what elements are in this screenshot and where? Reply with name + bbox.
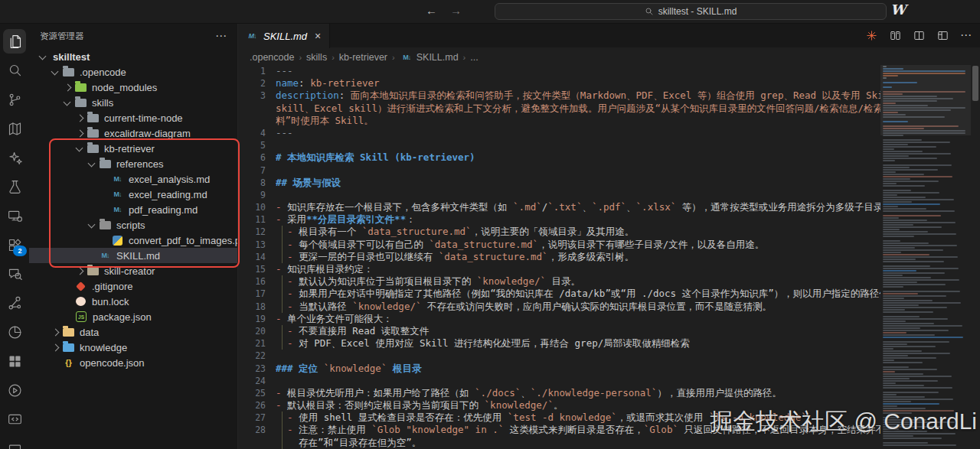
code-line[interactable]: 料”时使用本 Skill。 xyxy=(238,115,880,127)
tree-item-package.json[interactable]: JSpackage.json xyxy=(29,309,237,324)
chevron-right-icon[interactable] xyxy=(49,326,61,338)
tree-item-skilltest[interactable]: skilltest xyxy=(29,49,237,64)
ai-assistant-icon[interactable] xyxy=(865,29,878,42)
breadcrumb-item-.opencode[interactable]: .opencode xyxy=(250,52,294,63)
share-graph-icon[interactable] xyxy=(2,288,27,317)
code-line[interactable]: 18 - 当默认路径 `knowledge/` 不存在或访问失败时，应向用户确认… xyxy=(238,301,880,313)
code-line[interactable]: 4--- xyxy=(238,127,880,139)
vertical-scrollbar[interactable] xyxy=(971,65,980,449)
remote-monitor-icon[interactable] xyxy=(2,201,27,230)
tree-item-data[interactable]: data xyxy=(29,324,237,340)
chevron-down-icon[interactable] xyxy=(37,50,49,63)
panel-icon[interactable] xyxy=(2,434,27,449)
code-line[interactable]: 8## 场景与假设 xyxy=(238,177,880,189)
tree-item-opencode.json[interactable]: {}opencode.json xyxy=(29,355,237,370)
play-circle-icon[interactable] xyxy=(2,376,27,405)
explorer-icon[interactable] xyxy=(2,27,27,56)
chevron-spacer xyxy=(61,311,74,323)
chevron-down-icon[interactable] xyxy=(74,142,86,155)
code-line[interactable]: 11- 采用**分层目录索引文件**： xyxy=(238,213,880,226)
breadcrumb-item-kb-retriever[interactable]: kb-retriever xyxy=(339,52,387,63)
search-icon[interactable] xyxy=(2,56,27,85)
tree-item-excel_analysis.md[interactable]: M↓excel_analysis.md xyxy=(29,171,237,187)
tree-item-references[interactable]: references xyxy=(29,156,237,171)
tree-item-node_modules[interactable]: node_modules xyxy=(29,80,237,95)
back-arrow-icon[interactable]: ← xyxy=(426,4,437,17)
code-line[interactable]: 9 xyxy=(238,189,880,201)
code-line[interactable]: 2name: kb-retriever xyxy=(238,77,880,89)
tree-item-.gitignore[interactable]: .gitignore xyxy=(29,278,237,294)
chevron-right-icon[interactable] xyxy=(74,265,86,277)
editor[interactable]: 1---2name: kb-retriever3description: 面向本… xyxy=(238,65,980,449)
code-line[interactable]: skill、Excel skill）进行渐进式检索和上下文分析，避免整文件加载。… xyxy=(238,102,880,115)
map-icon[interactable] xyxy=(2,114,27,143)
code-line[interactable]: 12 - 根目录有一个 `data_structure.md`，说明主要的「领域… xyxy=(238,226,880,238)
code-line[interactable]: 10- 知识库存放在一个根目录下，包含多种文件类型（如 `.md`/`.txt`… xyxy=(238,201,880,213)
open-preview-icon[interactable] xyxy=(889,29,902,42)
chat-search-icon[interactable] xyxy=(2,259,27,288)
breadcrumb-item-...[interactable]: ... xyxy=(470,52,478,63)
code-line[interactable]: 存在”和“目录存在但为空”。 xyxy=(238,437,880,449)
grid-icon[interactable] xyxy=(2,347,27,376)
tree-item-excalidraw-diagram[interactable]: excalidraw-diagram xyxy=(29,125,237,141)
tree-item-knowledge[interactable]: knowledge xyxy=(29,340,237,355)
code-line[interactable]: 3description: 面向本地知识库目录的检索和问答助手，按文件类型（Ma… xyxy=(238,89,880,102)
split-editor-icon[interactable] xyxy=(913,29,926,42)
tree-item-excel_reading.md[interactable]: M↓excel_reading.md xyxy=(29,187,237,202)
chevron-right-icon[interactable] xyxy=(61,81,74,93)
breadcrumb-item-SKILL.md[interactable]: M↓SKILL.md xyxy=(400,52,459,63)
tree-item-pdf_reading.md[interactable]: M↓pdf_reading.md xyxy=(29,202,237,217)
code-line[interactable]: 24 xyxy=(238,375,880,387)
code-line[interactable]: 5 xyxy=(238,139,880,151)
tree-item-convert_pdf_to_images.py[interactable]: convert_pdf_to_images.py xyxy=(29,233,237,248)
tree-item-bun.lock[interactable]: bun.lock xyxy=(29,294,237,309)
tree-item-kb-retriever[interactable]: kb-retriever xyxy=(29,141,237,156)
code-line[interactable]: 21 - 对 PDF、Excel 使用对应 Skill 进行结构化处理后，再结合… xyxy=(238,337,880,350)
extensions-icon[interactable]: 2 xyxy=(2,230,27,259)
code-line[interactable]: 17 - 如果用户在对话中明确指定了其他路径（例如“我的知识库在 /data/k… xyxy=(238,288,880,300)
tree-item-current-time-node[interactable]: current-time-node xyxy=(29,110,237,125)
flask-icon[interactable] xyxy=(2,172,27,201)
chevron-right-icon[interactable] xyxy=(74,112,86,124)
more-actions-icon[interactable]: ⋯ xyxy=(960,28,972,42)
code-line[interactable]: 22 xyxy=(238,350,880,362)
code-line[interactable]: 25- 根目录优先听用户：如果用户给了路径（如 `./docs`、`./know… xyxy=(238,387,880,399)
chevron-right-icon[interactable] xyxy=(74,127,86,139)
tree-item-SKILL.md[interactable]: M↓SKILL.md xyxy=(29,248,237,263)
code-line[interactable]: 15- 知识库根目录约定： xyxy=(238,263,880,275)
tree-item-scripts[interactable]: scripts xyxy=(29,217,237,233)
chevron-down-icon[interactable] xyxy=(86,219,98,231)
scrollbar-thumb[interactable] xyxy=(972,66,978,101)
code-line[interactable]: 6# 本地知识库检索 Skill (kb-retriever) xyxy=(238,151,880,164)
tab-skill-md[interactable]: M↓ SKILL.md × xyxy=(238,23,330,48)
folder-icon xyxy=(63,343,74,352)
code-line[interactable]: 23### 定位 `knowledge` 根目录 xyxy=(238,363,880,375)
code-line[interactable]: 20 - 不要直接用 Read 读取整文件 xyxy=(238,325,880,337)
code-line[interactable]: 13 - 每个领域目录下可以有自己的 `data_structure.md`，说… xyxy=(238,239,880,251)
sidebar-more-actions-icon[interactable]: ⋯ xyxy=(215,29,227,43)
minimap-slider[interactable] xyxy=(880,65,971,135)
chevron-down-icon[interactable] xyxy=(61,96,74,109)
chevron-down-icon[interactable] xyxy=(49,66,61,78)
code-line[interactable]: 1--- xyxy=(238,65,880,77)
tree-item-skill-creator[interactable]: skill-creator xyxy=(29,263,237,278)
source-control-icon[interactable] xyxy=(2,85,27,114)
code-line[interactable]: 16 - 默认认为知识库位于当前项目根目录下的 `knowledge/` 目录。 xyxy=(238,275,880,288)
chevron-right-icon[interactable] xyxy=(49,341,61,353)
forward-arrow-icon[interactable]: → xyxy=(450,4,462,17)
close-tab-icon[interactable]: × xyxy=(315,30,321,42)
tree-item-.opencode[interactable]: .opencode xyxy=(29,64,237,80)
code-card-icon[interactable] xyxy=(2,405,27,434)
breadcrumb-item-skills[interactable]: skills xyxy=(306,52,327,63)
minimap[interactable] xyxy=(880,65,971,449)
code-line[interactable]: 19- 单个业务文件可能很大： xyxy=(238,313,880,325)
code-line[interactable]: 7 xyxy=(238,164,880,177)
chevron-down-icon[interactable] xyxy=(86,158,98,170)
ai-sparkle-icon[interactable] xyxy=(2,143,27,172)
command-center-search[interactable]: skilltest - SKILL.md xyxy=(495,3,887,20)
customize-layout-icon[interactable] xyxy=(936,29,949,42)
code-line[interactable]: 14 - 更深一层的子目录也可以继续有 `data_structure.md`，… xyxy=(238,251,880,263)
pie-chart-icon[interactable] xyxy=(2,317,27,347)
tree-item-skills[interactable]: skills xyxy=(29,95,237,110)
code-area[interactable]: 1---2name: kb-retriever3description: 面向本… xyxy=(238,65,880,449)
